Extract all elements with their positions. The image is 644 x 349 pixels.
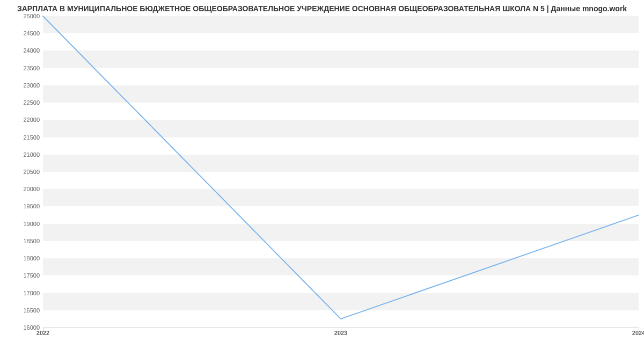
y-tick-label: 21000 [8, 151, 40, 158]
y-tick-label: 23000 [8, 82, 40, 89]
y-tick-label: 18500 [8, 238, 40, 244]
x-tick-label: 2024 [632, 330, 644, 336]
y-tick-label: 19000 [8, 221, 40, 227]
y-tick-label: 17500 [8, 272, 40, 279]
x-tick-mark [341, 328, 341, 332]
series-line-salary [43, 16, 639, 319]
line-series-layer [43, 16, 639, 328]
y-tick-label: 23500 [8, 65, 40, 71]
y-tick-label: 20500 [8, 169, 40, 175]
y-tick-label: 22500 [8, 99, 40, 106]
x-tick-mark [43, 328, 43, 332]
y-tick-label: 25000 [8, 13, 40, 19]
y-tick-label: 18000 [8, 255, 40, 261]
y-tick-label: 20000 [8, 186, 40, 192]
chart-title: ЗАРПЛАТА В МУНИЦИПАЛЬНОЕ БЮДЖЕТНОЕ ОБЩЕО… [0, 4, 644, 13]
y-tick-label: 24000 [8, 47, 40, 54]
y-tick-label: 16500 [8, 307, 40, 314]
y-tick-label: 17000 [8, 290, 40, 296]
plot-area [43, 16, 639, 328]
y-tick-label: 16000 [8, 324, 40, 331]
y-tick-label: 22000 [8, 117, 40, 123]
y-tick-label: 24500 [8, 30, 40, 37]
x-tick-mark [639, 328, 639, 332]
chart-container: ЗАРПЛАТА В МУНИЦИПАЛЬНОЕ БЮДЖЕТНОЕ ОБЩЕО… [0, 0, 644, 349]
y-tick-label: 19500 [8, 203, 40, 209]
y-tick-label: 21500 [8, 134, 40, 141]
